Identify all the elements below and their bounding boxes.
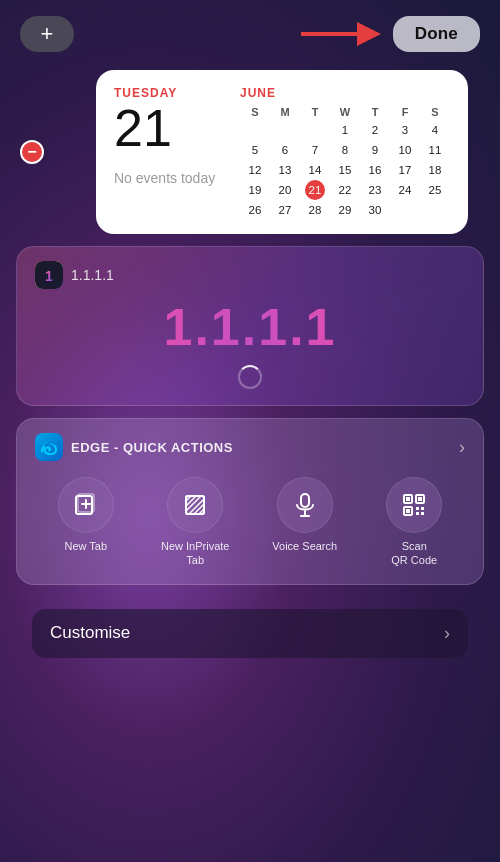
calendar-grid: S M T W T F S 1 2 3 4 5 6 7 8 9	[240, 104, 450, 220]
svg-rect-29	[421, 512, 424, 515]
add-widget-button[interactable]: +	[20, 16, 74, 52]
cal-header-tue: T	[300, 104, 330, 120]
red-arrow-icon	[301, 19, 381, 49]
calendar-date-number: 21	[114, 102, 224, 154]
cal-day-25[interactable]: 25	[420, 180, 450, 200]
cal-day-11[interactable]: 11	[420, 140, 450, 160]
calendar-right-panel: JUNE S M T W T F S 1 2 3 4 5 6	[240, 86, 450, 220]
cal-day-5[interactable]: 5	[240, 140, 270, 160]
edge-header-left: EDGE - QUICK ACTIONS	[35, 433, 233, 461]
cal-header-sat: S	[420, 104, 450, 120]
cal-day-8[interactable]: 8	[330, 140, 360, 160]
inprivate-icon-bg	[167, 477, 223, 533]
cal-day-18[interactable]: 18	[420, 160, 450, 180]
dns-widget: 1 1.1.1.1 1.1.1.1	[16, 246, 484, 406]
cal-day-empty	[420, 200, 450, 220]
cal-day-6[interactable]: 6	[270, 140, 300, 160]
svg-rect-27	[421, 507, 424, 510]
voice-search-icon-bg	[277, 477, 333, 533]
cal-day-12[interactable]: 12	[240, 160, 270, 180]
cal-day-15[interactable]: 15	[330, 160, 360, 180]
svg-text:1: 1	[45, 268, 53, 284]
cal-header-wed: W	[330, 104, 360, 120]
cal-day-17[interactable]: 17	[390, 160, 420, 180]
edge-widget-header: EDGE - QUICK ACTIONS ›	[35, 433, 465, 461]
cal-day-2[interactable]: 2	[360, 120, 390, 140]
voice-search-action[interactable]: Voice Search	[254, 477, 356, 568]
cal-day-22[interactable]: 22	[330, 180, 360, 200]
calendar-day-label: TUESDAY	[114, 86, 224, 100]
svg-rect-28	[416, 512, 419, 515]
dns-app-icon: 1	[35, 261, 63, 289]
top-bar: + Done	[0, 0, 500, 62]
cal-day-16[interactable]: 16	[360, 160, 390, 180]
cal-day-27[interactable]: 27	[270, 200, 300, 220]
scan-qr-action[interactable]: ScanQR Code	[364, 477, 466, 568]
new-tab-icon	[72, 491, 100, 519]
svg-line-11	[186, 496, 196, 506]
new-inprivate-action[interactable]: New InPrivateTab	[145, 477, 247, 568]
edge-expand-chevron-icon[interactable]: ›	[459, 437, 465, 458]
svg-rect-23	[406, 497, 410, 501]
calendar-widget: TUESDAY 21 No events today JUNE S M T W …	[96, 70, 468, 234]
done-button[interactable]: Done	[393, 16, 480, 52]
cal-day-3[interactable]: 3	[390, 120, 420, 140]
customise-chevron-icon: ›	[444, 623, 450, 644]
voice-search-label: Voice Search	[272, 539, 337, 553]
cal-day-14[interactable]: 14	[300, 160, 330, 180]
dns-loading-spinner	[35, 365, 465, 389]
new-tab-icon-bg	[58, 477, 114, 533]
edge-app-icon	[35, 433, 63, 461]
top-right-controls: Done	[301, 16, 480, 52]
cal-day-26[interactable]: 26	[240, 200, 270, 220]
cal-day-23[interactable]: 23	[360, 180, 390, 200]
dns-widget-title: 1.1.1.1	[71, 267, 114, 283]
plus-icon: +	[41, 21, 54, 47]
cal-day-13[interactable]: 13	[270, 160, 300, 180]
dns-main-address: 1.1.1.1	[35, 297, 465, 357]
svg-line-14	[194, 504, 204, 514]
cal-day-10[interactable]: 10	[390, 140, 420, 160]
cal-day-1[interactable]: 1	[330, 120, 360, 140]
new-tab-label: New Tab	[64, 539, 107, 553]
calendar-month-label: JUNE	[240, 86, 450, 100]
customise-label: Customise	[50, 623, 130, 643]
cal-day-empty	[390, 200, 420, 220]
cal-day-30[interactable]: 30	[360, 200, 390, 220]
qr-icon-bg	[386, 477, 442, 533]
spinner-icon	[238, 365, 262, 389]
cal-day-20[interactable]: 20	[270, 180, 300, 200]
cal-day-4[interactable]: 4	[420, 120, 450, 140]
new-tab-action[interactable]: New Tab	[35, 477, 137, 568]
svg-rect-25	[406, 509, 410, 513]
svg-rect-26	[416, 507, 419, 510]
svg-rect-17	[301, 494, 309, 507]
cal-day-7[interactable]: 7	[300, 140, 330, 160]
inprivate-icon	[181, 491, 209, 519]
edge-widget-title: EDGE - QUICK ACTIONS	[71, 440, 233, 455]
cal-day-24[interactable]: 24	[390, 180, 420, 200]
edge-actions-row: New Tab New InPrivateTab	[35, 477, 465, 568]
qr-code-icon	[400, 491, 428, 519]
cal-day-empty	[300, 120, 330, 140]
cal-day-29[interactable]: 29	[330, 200, 360, 220]
cal-header-thu: T	[360, 104, 390, 120]
dns-icon-svg: 1	[35, 261, 63, 289]
cal-header-fri: F	[390, 104, 420, 120]
calendar-no-events: No events today	[114, 170, 224, 186]
cal-day-empty	[270, 120, 300, 140]
cal-day-28[interactable]: 28	[300, 200, 330, 220]
cal-header-sun: S	[240, 104, 270, 120]
qr-code-label: ScanQR Code	[391, 539, 437, 568]
customise-bar[interactable]: Customise ›	[32, 609, 468, 658]
calendar-left-panel: TUESDAY 21 No events today	[114, 86, 224, 220]
cal-day-21-today[interactable]: 21	[305, 180, 325, 200]
svg-rect-24	[418, 497, 422, 501]
microphone-icon	[291, 491, 319, 519]
inprivate-label: New InPrivateTab	[161, 539, 229, 568]
cal-day-19[interactable]: 19	[240, 180, 270, 200]
edge-widget[interactable]: EDGE - QUICK ACTIONS › New Tab	[16, 418, 484, 585]
cal-day-empty	[240, 120, 270, 140]
remove-widget-button[interactable]: −	[20, 140, 44, 164]
cal-day-9[interactable]: 9	[360, 140, 390, 160]
